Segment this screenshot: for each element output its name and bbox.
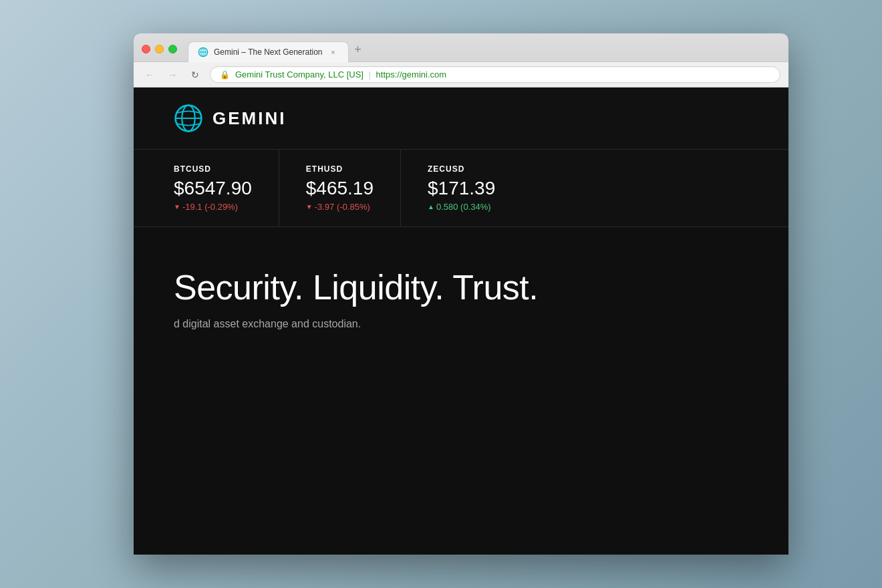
ticker-row: BTCUSD $6547.90 ▼ -19.1 (-0.29%) ETHUSD … [134,150,788,227]
lock-icon: 🔒 [220,70,230,80]
tab-title: Gemini – The Next Generation [214,47,323,57]
site-header: GEMINI [134,88,788,150]
ticker-change-btc: ▼ -19.1 (-0.29%) [174,202,252,212]
ticker-pair-btc: BTCUSD [174,164,252,174]
ticker-price-eth: $465.19 [306,178,374,199]
address-bar-row: ← → ↻ 🔒 Gemini Trust Company, LLC [US] |… [134,61,788,88]
ticker-item-eth: ETHUSD $465.19 ▼ -3.97 (-0.85%) [306,150,401,227]
eth-arrow: ▼ [306,203,313,210]
gemini-logo-icon [174,104,203,133]
ticker-item-zec: ZECUSD $171.39 ▲ 0.580 (0.34%) [428,150,522,227]
traffic-light-minimize[interactable] [155,45,164,53]
back-button[interactable]: ← [142,67,158,83]
ticker-item-btc: BTCUSD $6547.90 ▼ -19.1 (-0.29%) [174,150,279,227]
ticker-change-zec: ▲ 0.580 (0.34%) [428,202,495,212]
ticker-pair-zec: ZECUSD [428,164,495,174]
eth-change-value: -3.97 (-0.85%) [315,202,370,212]
gemini-logo: GEMINI [174,104,286,133]
hero-section: Security. Liquidity. Trust. d digital as… [134,227,788,555]
active-tab[interactable]: Gemini – The Next Generation × [188,41,349,62]
address-box[interactable]: 🔒 Gemini Trust Company, LLC [US] | https… [210,66,780,83]
traffic-lights [142,45,177,53]
hero-subtitle: d digital asset exchange and custodian. [174,318,508,330]
company-name: Gemini Trust Company, LLC [US] [235,69,363,80]
traffic-light-close[interactable] [142,45,150,53]
forward-button[interactable]: → [164,67,180,83]
new-tab-button[interactable]: + [349,40,368,59]
ticker-price-btc: $6547.90 [174,178,252,199]
address-text: Gemini Trust Company, LLC [US] | https:/… [235,69,446,80]
hero-headline: Security. Liquidity. Trust. [174,267,748,307]
traffic-light-maximize[interactable] [168,45,177,53]
monitor-wrapper: Gemini – The Next Generation × + ← → ↻ 🔒… [74,20,808,568]
ticker-change-eth: ▼ -3.97 (-0.85%) [306,202,374,212]
browser-window: Gemini – The Next Generation × + ← → ↻ 🔒… [134,33,788,555]
browser-chrome: Gemini – The Next Generation × + ← → ↻ 🔒… [134,33,788,88]
tab-favicon-icon [198,47,208,57]
tab-close-button[interactable]: × [328,47,339,57]
zec-change-value: 0.580 (0.34%) [436,202,491,212]
ticker-pair-eth: ETHUSD [306,164,374,174]
gemini-logo-text: GEMINI [212,108,286,129]
ticker-price-zec: $171.39 [428,178,495,199]
address-url: https://gemini.com [376,69,447,80]
tab-bar: Gemini – The Next Generation × + [134,33,788,61]
address-separator: | [369,69,371,80]
btc-arrow: ▼ [174,203,180,210]
reload-button[interactable]: ↻ [187,67,203,83]
website-content: GEMINI BTCUSD $6547.90 ▼ -19.1 (-0.29%) … [134,88,788,555]
zec-arrow: ▲ [428,203,434,210]
btc-change-value: -19.1 (-0.29%) [182,202,238,212]
